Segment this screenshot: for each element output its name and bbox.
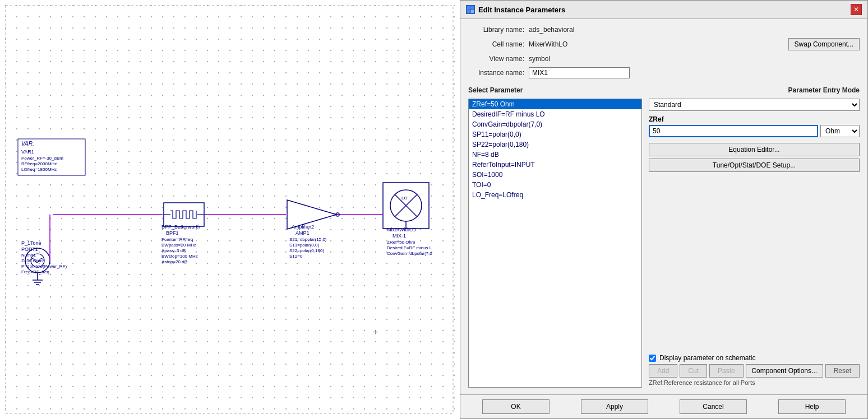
instance-name-row: Instance name: xyxy=(468,67,860,78)
svg-text:Fcenter=RFfreq: Fcenter=RFfreq xyxy=(161,237,193,242)
component-options-button[interactable]: Component Options... xyxy=(746,364,823,378)
svg-text:Freq=RF_freq: Freq=RF_freq xyxy=(21,269,49,274)
dialog-footer: OK Apply Cancel Help xyxy=(460,394,867,418)
svg-text:BPF1: BPF1 xyxy=(166,230,179,236)
close-button[interactable]: ✕ xyxy=(851,4,862,15)
status-text: ZRef:Reference resistance for all Ports xyxy=(649,378,860,388)
cell-name-row: Cell name: MixerWithLO Swap Component... xyxy=(468,38,860,50)
parameter-list-item[interactable]: ZRef=50 Ohm xyxy=(469,99,641,109)
display-param-checkbox[interactable] xyxy=(649,355,656,362)
svg-text:S22=polar(0,180): S22=polar(0,180) xyxy=(289,248,324,253)
svg-text:MIX-1: MIX-1 xyxy=(393,233,406,239)
svg-text:Num=1: Num=1 xyxy=(21,253,36,258)
dialog-title-left: Edit Instance Parameters xyxy=(466,5,565,14)
ok-button[interactable]: OK xyxy=(482,399,550,414)
svg-text:+: + xyxy=(373,327,378,337)
view-value: symbol xyxy=(529,55,860,63)
svg-text:ZRef=50 Ohm: ZRef=50 Ohm xyxy=(387,240,415,245)
schematic-svg: VAR. VAR1 Power_RF=-30_dBm RFfreq=2000MH… xyxy=(0,0,460,419)
schematic-area: VAR. VAR1 Power_RF=-30_dBm RFfreq=2000MH… xyxy=(0,0,460,419)
svg-text:S12=0: S12=0 xyxy=(289,254,303,259)
main-panels: ZRef=50 OhmDesiredIF=RF minus LOConvGain… xyxy=(468,99,860,388)
parameter-list-item[interactable]: DesiredIF=RF minus LO xyxy=(469,109,641,119)
parameter-list[interactable]: ZRef=50 OhmDesiredIF=RF minus LOConvGain… xyxy=(468,99,642,388)
dialog-body: Library name: ads_behavioral Cell name: … xyxy=(460,19,867,394)
paste-button[interactable]: Paste xyxy=(709,364,744,378)
svg-text:Astop=20 dB: Astop=20 dB xyxy=(161,259,187,264)
svg-text:VAR1: VAR1 xyxy=(21,149,34,155)
svg-text:Amplifier2: Amplifier2 xyxy=(292,224,314,230)
parameter-list-item[interactable]: LO_Freq=LOfreq xyxy=(469,190,641,200)
cell-value: MixerWithLO xyxy=(529,40,784,48)
right-panel: Standard Advanced Equation ZRef Ohm kOhm… xyxy=(649,99,860,388)
library-name-row: Library name: ads_behavioral xyxy=(468,26,860,34)
svg-text:LOfreq=1800MHz: LOfreq=1800MHz xyxy=(21,167,57,172)
parameter-list-item[interactable]: ConvGain=dbpolar(7,0) xyxy=(469,119,641,129)
dialog-title: Edit Instance Parameters xyxy=(478,6,565,14)
svg-text:S11=polar(0,0): S11=polar(0,0) xyxy=(289,243,319,248)
zref-value-input[interactable] xyxy=(649,125,818,137)
edit-instance-dialog: Edit Instance Parameters ✕ Library name:… xyxy=(460,0,868,419)
cell-label: Cell name: xyxy=(468,40,524,48)
parameter-list-item[interactable]: NF=8 dB xyxy=(469,150,641,160)
svg-text:VAR.: VAR. xyxy=(21,141,34,147)
svg-rect-62 xyxy=(467,6,470,9)
svg-text:BPP_Butterworth: BPP_Butterworth xyxy=(161,224,200,230)
svg-text:Apass=3 dB: Apass=3 dB xyxy=(161,248,186,253)
svg-text:S21=dbpolar(15,0): S21=dbpolar(15,0) xyxy=(289,237,327,242)
dialog-titlebar: Edit Instance Parameters ✕ xyxy=(460,1,867,19)
svg-text:Power_RF=-30_dBm: Power_RF=-30_dBm xyxy=(21,156,63,161)
zref-input-row: Ohm kOhm MOhm xyxy=(649,125,860,137)
view-name-row: View name: symbol xyxy=(468,55,860,63)
parameter-list-item[interactable]: SP11=polar(0,0) xyxy=(469,129,641,139)
dialog-icon xyxy=(466,5,475,14)
svg-text:ConvGain=dbpolar(7,0: ConvGain=dbpolar(7,0 xyxy=(387,251,432,256)
view-label: View name: xyxy=(468,55,524,63)
svg-text:P_1Tone: P_1Tone xyxy=(21,240,41,246)
zref-section: ZRef Ohm kOhm MOhm xyxy=(649,115,860,137)
zref-unit-select[interactable]: Ohm kOhm MOhm xyxy=(820,125,860,137)
library-label: Library name: xyxy=(468,26,524,34)
bottom-add-cut-paste-row: Add Cut Paste Component Options... Reset xyxy=(649,364,860,378)
svg-text:BWpass=20 MHz: BWpass=20 MHz xyxy=(161,243,196,248)
display-param-label: Display parameter on schematic xyxy=(659,354,755,362)
add-button[interactable]: Add xyxy=(649,364,677,378)
cancel-button[interactable]: Cancel xyxy=(680,399,747,414)
svg-text:LO: LO xyxy=(401,195,408,201)
svg-text:Z=50 Ohm: Z=50 Ohm xyxy=(21,258,43,263)
svg-rect-64 xyxy=(467,10,470,13)
cut-button[interactable]: Cut xyxy=(680,364,707,378)
parameter-list-item[interactable]: SP22=polar(0,180) xyxy=(469,139,641,150)
library-value: ads_behavioral xyxy=(529,26,860,34)
svg-text:AMP1: AMP1 xyxy=(296,230,310,236)
svg-text:P=dbmtow(Power_RF): P=dbmtow(Power_RF) xyxy=(21,264,67,269)
swap-component-button[interactable]: Swap Component... xyxy=(788,38,860,50)
select-parameter-label: Select Parameter xyxy=(468,86,523,94)
entry-mode-row: Standard Advanced Equation xyxy=(649,99,860,111)
parameter-entry-mode-label: Parameter Entry Mode xyxy=(788,86,860,94)
parameter-list-item[interactable]: TOI=0 xyxy=(469,180,641,190)
instance-name-input[interactable] xyxy=(529,67,630,78)
reset-button[interactable]: Reset xyxy=(825,364,860,378)
svg-rect-63 xyxy=(471,6,474,9)
section-header: Select Parameter Parameter Entry Mode xyxy=(468,86,860,94)
zref-label: ZRef xyxy=(649,115,860,123)
instance-label: Instance name: xyxy=(468,69,524,77)
svg-text:MixerWithLO: MixerWithLO xyxy=(387,227,416,232)
svg-text:DesiredIF=RF minus L: DesiredIF=RF minus L xyxy=(387,245,432,250)
svg-text:BWstop=100 MHz: BWstop=100 MHz xyxy=(161,254,198,259)
display-checkbox-row: Display parameter on schematic xyxy=(649,354,860,362)
entry-mode-select[interactable]: Standard Advanced Equation xyxy=(649,99,860,111)
parameter-list-item[interactable]: SOI=1000 xyxy=(469,170,641,180)
help-button[interactable]: Help xyxy=(778,399,846,414)
tune-opt-button[interactable]: Tune/Opt/Stat/DOE Setup... xyxy=(649,159,860,172)
svg-rect-65 xyxy=(471,10,474,13)
svg-text:PORT1: PORT1 xyxy=(21,246,38,252)
right-buttons: Equation Editor... Tune/Opt/Stat/DOE Set… xyxy=(649,143,860,172)
equation-editor-button[interactable]: Equation Editor... xyxy=(649,143,860,156)
apply-button[interactable]: Apply xyxy=(581,399,648,414)
left-panel: ZRef=50 OhmDesiredIF=RF minus LOConvGain… xyxy=(468,99,642,388)
svg-text:RFfreq=2000MHz: RFfreq=2000MHz xyxy=(21,161,57,166)
parameter-list-item[interactable]: ReferToInput=INPUT xyxy=(469,160,641,170)
